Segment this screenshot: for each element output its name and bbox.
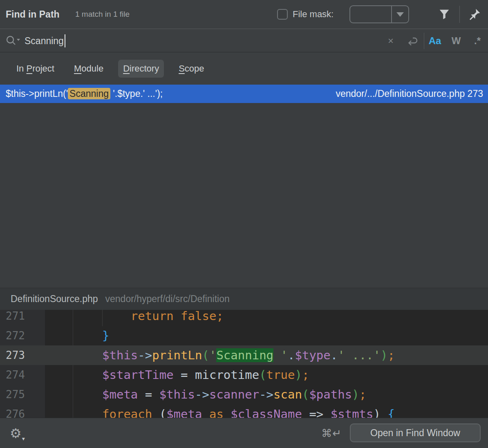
scope-tabs: In Project Module Directory Scope	[11, 53, 209, 85]
code-token: $stmts	[331, 407, 374, 418]
code-token: (	[202, 348, 209, 362]
preview-filepath: vendor/hyperf/di/src/Definition	[105, 293, 230, 305]
search-result-row[interactable]: $this->printLn('Scanning '.$type.' ...')…	[0, 85, 488, 103]
code-token: microtime	[195, 368, 259, 382]
code-token: (	[152, 407, 166, 418]
code-token: '	[273, 348, 288, 362]
code-line[interactable]: 273$this->printLn('Scanning '.$type.' ..…	[0, 345, 488, 365]
match-case-toggle[interactable]: Aa	[424, 35, 445, 47]
result-file-location: vendor/.../DefinitionSource.php 273	[336, 88, 483, 99]
match-count: 1 match in 1 file	[75, 0, 130, 29]
code-token: )	[381, 348, 387, 362]
dialog-header: Find in Path 1 match in 1 file File mask…	[0, 0, 488, 29]
code-token: $className	[231, 407, 302, 418]
results-list-area[interactable]	[0, 103, 488, 288]
file-mask-value[interactable]	[350, 6, 391, 22]
code-token: (	[302, 388, 309, 401]
open-shortcut-hint: ⌘↵	[321, 418, 342, 448]
code-text: foreach ($meta as $className => $stmts) …	[102, 404, 395, 418]
code-text: $meta = $this->scanner->scan($paths);	[102, 385, 366, 404]
open-in-find-window-button[interactable]: Open in Find Window	[350, 423, 481, 442]
code-token: $this	[102, 348, 138, 362]
code-text: $startTime = microtime(true);	[102, 365, 309, 385]
line-number: 272	[6, 326, 25, 345]
code-line[interactable]: 271 return false;	[0, 310, 488, 326]
code-token: ;	[302, 368, 309, 382]
scope-tab-in-project[interactable]: In Project	[11, 60, 59, 78]
code-token: $this	[159, 388, 195, 401]
code-token: }	[102, 329, 109, 343]
line-number: 275	[6, 385, 25, 404]
header-divider	[459, 6, 460, 23]
words-toggle[interactable]: W	[445, 35, 467, 47]
file-mask-dropdown-button[interactable]	[391, 6, 408, 22]
code-token: {	[387, 407, 394, 418]
file-mask-combobox[interactable]	[349, 5, 409, 23]
code-line[interactable]: 272}	[0, 326, 488, 345]
filter-button[interactable]	[435, 0, 454, 29]
search-row: Scanning × Aa W .*	[0, 29, 488, 52]
settings-button[interactable]: ⚙▾	[10, 418, 25, 448]
code-line[interactable]: 276foreach ($meta as $className => $stmt…	[0, 404, 488, 418]
code-token: $paths	[309, 388, 352, 401]
code-token: return false;	[131, 310, 224, 323]
code-token: scan	[273, 388, 302, 401]
code-token: true	[266, 368, 295, 382]
file-mask-label: File mask:	[293, 0, 334, 29]
code-token: $startTime	[102, 368, 174, 382]
clear-search-button[interactable]: ×	[380, 35, 402, 47]
code-token: .	[288, 348, 295, 362]
search-input[interactable]: Scanning	[25, 29, 65, 53]
newline-icon	[407, 35, 419, 47]
editor-match-highlight: Scanning	[216, 348, 273, 362]
code-token	[224, 407, 231, 418]
scope-tab-scope[interactable]: Scope	[174, 60, 209, 78]
code-token: as	[209, 407, 224, 418]
result-match-highlight: Scanning	[68, 88, 110, 99]
search-history-button[interactable]	[5, 29, 22, 53]
code-text: return false;	[102, 310, 224, 326]
find-in-path-dialog: Find in Path 1 match in 1 file File mask…	[0, 0, 488, 448]
code-token	[102, 310, 131, 323]
preview-header: DefinitionSource.php vendor/hyperf/di/sr…	[0, 288, 488, 310]
line-number: 271	[6, 310, 25, 326]
code-token: ' ...'	[338, 348, 381, 362]
code-token: $meta	[166, 407, 202, 418]
preview-filename: DefinitionSource.php	[11, 293, 98, 305]
code-preview-editor[interactable]: 271 return false;272}273$this->printLn('…	[0, 310, 488, 418]
code-token: scanner	[209, 388, 259, 401]
pin-icon	[468, 8, 481, 21]
pin-button[interactable]	[465, 0, 484, 29]
code-token: )	[295, 368, 302, 382]
bottom-bar: ⚙▾ ⌘↵ Open in Find Window	[0, 418, 488, 448]
code-text: $this->printLn('Scanning '.$type.' ...')…	[102, 345, 395, 365]
result-code-snippet: $this->printLn('Scanning '.$type.' ...')…	[6, 88, 163, 99]
regex-toggle[interactable]: .*	[467, 35, 488, 47]
scope-tab-module[interactable]: Module	[69, 60, 108, 78]
code-line[interactable]: 275$meta = $this->scanner->scan($paths);	[0, 385, 488, 404]
gear-icon: ⚙	[10, 426, 22, 441]
code-token: ;	[359, 388, 366, 401]
code-token: ->	[259, 388, 273, 401]
code-token: foreach	[102, 407, 152, 418]
code-token: $type	[295, 348, 330, 362]
scope-tab-directory[interactable]: Directory	[118, 60, 164, 78]
file-mask-checkbox[interactable]	[277, 9, 288, 20]
text-caret	[65, 34, 65, 47]
code-token: '	[209, 348, 216, 362]
code-token: =	[174, 368, 195, 382]
code-token: ;	[387, 348, 394, 362]
code-text: }	[102, 326, 109, 345]
code-token	[202, 407, 209, 418]
code-token: ->	[138, 348, 152, 362]
code-token: .	[331, 348, 338, 362]
code-token: printLn	[152, 348, 202, 362]
code-token: (	[259, 368, 266, 382]
scope-row: In Project Module Directory Scope sers/2…	[0, 53, 488, 85]
newline-button[interactable]	[402, 35, 424, 47]
line-number: 276	[6, 404, 25, 418]
search-input-value: Scanning	[25, 36, 64, 47]
code-line[interactable]: 274$startTime = microtime(true);	[0, 365, 488, 385]
dropdown-arrow-icon	[396, 12, 404, 17]
search-icon	[5, 35, 22, 47]
